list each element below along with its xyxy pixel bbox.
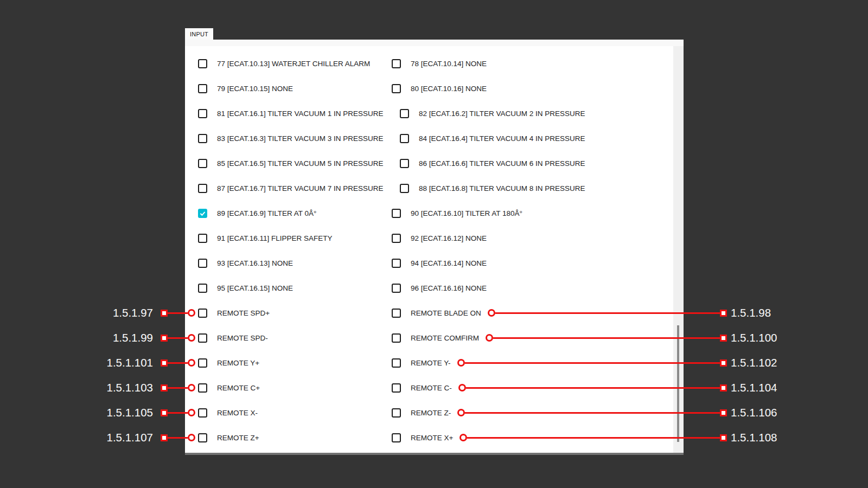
row-right-cell: 96 [ECAT.16.16] NONE <box>392 275 487 300</box>
checkbox-label: REMOTE BLADE ON <box>411 309 481 317</box>
checkbox-remote-c-plus[interactable] <box>198 383 207 393</box>
checkbox-label: REMOTE C- <box>411 384 452 392</box>
row-right-cell: 86 [ECAT.16.6] TILTER VACUUM 6 IN PRESSU… <box>400 151 585 176</box>
checkbox-94-ecat-16-14-none[interactable] <box>392 259 401 268</box>
annotation-square-marker <box>161 434 168 441</box>
checkbox-label: 77 [ECAT.10.13] WATERJET CHILLER ALARM <box>217 60 370 68</box>
row-left-cell: REMOTE SPD- <box>198 325 268 350</box>
checkbox-row: 93 [ECAT.16.13] NONE94 [ECAT.16.14] NONE <box>0 251 868 275</box>
checkbox-87-ecat-16-7-tilter-vacuum-7-in-pressure[interactable] <box>198 184 207 193</box>
checkbox-label: 84 [ECAT.16.4] TILTER VACUUM 4 IN PRESSU… <box>419 134 585 143</box>
annotation-label: 1.5.1.101 <box>107 356 154 369</box>
annotation-line <box>168 362 188 364</box>
annotation-left-callout: 1.5.1.99 <box>0 325 195 350</box>
checkbox-95-ecat-16-15-none[interactable] <box>198 284 207 293</box>
tab-input[interactable]: INPUT <box>185 28 213 40</box>
annotation-label: 1.5.1.99 <box>113 331 153 344</box>
row-left-cell: REMOTE Z+ <box>198 425 259 450</box>
annotation-label: 1.5.1.107 <box>107 431 154 444</box>
row-left-cell: 87 [ECAT.16.7] TILTER VACUUM 7 IN PRESSU… <box>198 176 384 201</box>
row-left-cell: 81 [ECAT.16.1] TILTER VACUUM 1 IN PRESSU… <box>198 101 384 126</box>
checkbox-79-ecat-10-15-none[interactable] <box>198 84 207 93</box>
annotation-label: 1.5.1.100 <box>731 325 777 350</box>
checkbox-label: REMOTE X+ <box>411 434 453 442</box>
checkbox-remote-spd-minus[interactable] <box>198 333 207 343</box>
checkbox-90-ecat-16-10-tilter-at-180[interactable] <box>392 209 401 218</box>
checkbox-label: 92 [ECAT.16.12] NONE <box>411 234 487 242</box>
checkbox-label: 90 [ECAT.16.10] TILTER AT 180Â° <box>411 209 522 217</box>
row-left-cell: 77 [ECAT.10.13] WATERJET CHILLER ALARM <box>198 51 370 76</box>
annotation-label: 1.5.1.103 <box>107 381 154 394</box>
checkbox-label: 93 [ECAT.16.13] NONE <box>217 259 293 267</box>
checkbox-label: 96 [ECAT.16.16] NONE <box>411 284 487 292</box>
checkbox-remote-blade-on[interactable] <box>392 309 401 318</box>
annotation-square-marker <box>720 409 727 416</box>
annotation-circle-marker <box>188 359 195 367</box>
checkbox-88-ecat-16-8-tilter-vacuum-8-in-pressure[interactable] <box>400 184 409 193</box>
annotation-circle-marker <box>188 334 195 342</box>
checkbox-remote-x-plus[interactable] <box>392 433 401 442</box>
annotation-line <box>466 387 720 389</box>
row-left-cell: REMOTE SPD+ <box>198 300 270 325</box>
checkbox-77-ecat-10-13-waterjet-chiller-alarm[interactable] <box>198 59 207 68</box>
checkbox-row: 89 [ECAT.16.9] TILTER AT 0Â°90 [ECAT.16.… <box>0 201 868 226</box>
row-right-cell: REMOTE COMFIRM <box>392 325 720 350</box>
annotation-label: 1.5.1.108 <box>731 425 777 450</box>
checkbox-label: 91 [ECAT.16.11] FLIPPER SAFETY <box>217 234 333 242</box>
row-right-cell: 84 [ECAT.16.4] TILTER VACUUM 4 IN PRESSU… <box>400 126 585 151</box>
checkbox-remote-y-minus[interactable] <box>392 358 401 368</box>
checkbox-label: 85 [ECAT.16.5] TILTER VACUUM 5 IN PRESSU… <box>217 159 384 168</box>
annotation-square-marker <box>161 409 168 416</box>
checkbox-remote-spd-plus[interactable] <box>198 309 207 318</box>
checkbox-91-ecat-16-11-flipper-safety[interactable] <box>198 234 207 243</box>
row-left-cell: 85 [ECAT.16.5] TILTER VACUUM 5 IN PRESSU… <box>198 151 384 176</box>
annotation-square-marker <box>161 335 168 342</box>
checkbox-row: 87 [ECAT.16.7] TILTER VACUUM 7 IN PRESSU… <box>0 176 868 201</box>
annotation-line <box>467 437 720 439</box>
checkbox-81-ecat-16-1-tilter-vacuum-1-in-pressure[interactable] <box>198 109 207 118</box>
checkbox-78-ecat-10-14-none[interactable] <box>392 59 401 68</box>
checkbox-92-ecat-16-12-none[interactable] <box>392 234 401 243</box>
checkbox-label: REMOTE Y+ <box>217 359 259 367</box>
checkbox-row: 81 [ECAT.16.1] TILTER VACUUM 1 IN PRESSU… <box>0 101 868 126</box>
checkbox-85-ecat-16-5-tilter-vacuum-5-in-pressure[interactable] <box>198 159 207 168</box>
annotation-label: 1.5.1.106 <box>731 400 777 425</box>
annotation-square-marker <box>720 359 727 367</box>
checkbox-96-ecat-16-16-none[interactable] <box>392 284 401 293</box>
annotation-line <box>465 362 720 364</box>
checkbox-89-ecat-16-9-tilter-at-0[interactable] <box>198 209 207 218</box>
checkbox-remote-z-plus[interactable] <box>198 433 207 442</box>
checkbox-remote-c-minus[interactable] <box>392 383 401 393</box>
annotation-line <box>168 437 188 439</box>
annotation-label: 1.5.1.97 <box>113 306 153 319</box>
checkbox-label: 87 [ECAT.16.7] TILTER VACUUM 7 IN PRESSU… <box>217 184 384 192</box>
checkbox-82-ecat-16-2-tilter-vacuum-2-in-pressure[interactable] <box>400 109 409 118</box>
row-right-cell: REMOTE BLADE ON <box>392 300 720 325</box>
checkbox-label: 81 [ECAT.16.1] TILTER VACUUM 1 IN PRESSU… <box>217 110 384 118</box>
checkbox-label: 86 [ECAT.16.6] TILTER VACUUM 6 IN PRESSU… <box>419 159 585 168</box>
annotation-square-marker <box>720 335 727 342</box>
annotation-left-callout: 1.5.1.105 <box>0 400 195 425</box>
checkbox-84-ecat-16-4-tilter-vacuum-4-in-pressure[interactable] <box>400 134 409 143</box>
annotation-circle-marker <box>457 359 465 367</box>
checkbox-label: 78 [ECAT.10.14] NONE <box>411 60 487 68</box>
annotation-line <box>168 312 188 314</box>
checkbox-93-ecat-16-13-none[interactable] <box>198 259 207 268</box>
checkbox-83-ecat-16-3-tilter-vacuum-3-in-pressure[interactable] <box>198 134 207 143</box>
checkbox-label: REMOTE Z- <box>411 409 451 417</box>
checkbox-label: 82 [ECAT.16.2] TILTER VACUUM 2 IN PRESSU… <box>419 110 585 118</box>
checkbox-remote-z-minus[interactable] <box>392 408 401 418</box>
checkbox-86-ecat-16-6-tilter-vacuum-6-in-pressure[interactable] <box>400 159 409 168</box>
row-left-cell: 95 [ECAT.16.15] NONE <box>198 275 293 300</box>
checkbox-remote-y-plus[interactable] <box>198 358 207 368</box>
row-right-cell: REMOTE C- <box>392 375 720 400</box>
annotation-square-marker <box>720 434 727 441</box>
checkbox-80-ecat-10-16-none[interactable] <box>392 84 401 93</box>
checkbox-label: REMOTE COMFIRM <box>411 334 479 342</box>
row-right-cell: 88 [ECAT.16.8] TILTER VACUUM 8 IN PRESSU… <box>400 176 585 201</box>
annotation-left-callout: 1.5.1.107 <box>0 425 195 450</box>
checkbox-label: REMOTE SPD+ <box>217 309 270 317</box>
checkbox-remote-comfirm[interactable] <box>392 333 401 343</box>
annotation-square-marker <box>720 310 727 317</box>
checkbox-remote-x-minus[interactable] <box>198 408 207 418</box>
